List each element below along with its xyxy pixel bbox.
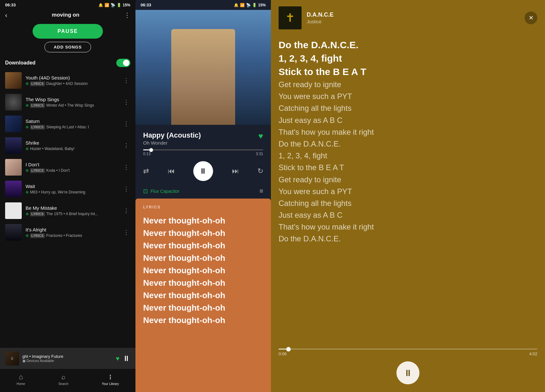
song-item-idont[interactable]: I Don't ⊕ LYRICS Koda • I Don't ⋮ [0,156,135,178]
lyric-line-pyt-2: You were such a PYT [279,185,537,197]
song-item-youth[interactable]: Youth (4AD Session) ⊕ LYRICS Daughter • … [0,70,135,91]
lyrics-line-6: Never thought-oh-oh [143,277,263,289]
song-more-shrike[interactable]: ⋮ [122,142,130,149]
np-devices-label: Devices Available [27,359,54,363]
song-name-saturn: Saturn [26,118,118,124]
progress-fill [143,149,149,150]
song-more-idont[interactable]: ⋮ [122,164,130,171]
np-pause-icon[interactable]: ⏸ [123,354,130,363]
repeat-button[interactable]: ↻ [257,167,263,175]
lyrics-line-7: Never thought-oh-oh [143,289,263,302]
lyrics-line-8: Never thought-oh-oh [143,302,263,314]
status-time: 06:33 [5,3,16,7]
add-songs-button[interactable]: ADD SONGS [44,42,91,52]
song-more-saturn[interactable]: ⋮ [122,120,130,127]
np-album-art: D [5,351,19,366]
player-song-info: Happy (Acoustic) Oh Wonder ♥ [135,125,271,147]
song-item-saturn[interactable]: Saturn ⊕ LYRICS Sleeping At Last • Atlas… [0,113,135,135]
nav-library[interactable]: ⫶ Your Library [102,373,119,386]
next-button[interactable]: ⏭ [232,167,239,175]
downloaded-header: Downloaded [0,57,135,70]
player-artist: Oh Wonder [143,140,201,146]
song-more-mistake[interactable]: ⋮ [122,207,130,214]
song-name-youth: Youth (4AD Session) [26,75,118,80]
now-playing-bar[interactable]: D ght • Imaginary Future ▣ Devices Avail… [0,348,135,369]
lyrics-progress-track[interactable] [279,349,537,350]
lyrics-times: 0:06 4:02 [279,351,537,356]
lyric-line-pyt-1: You were such a PYT [279,90,537,102]
song-item-wait[interactable]: Wait ⊕ M83 • Hurry up, We're Dreaming ⋮ [0,178,135,200]
cast-device-name[interactable]: Flux Capacitor [150,189,179,194]
np-heart-icon[interactable]: ♥ [116,355,119,362]
lyrics-line-4: Never thought-oh-oh [143,252,263,264]
song-more-alright[interactable]: ⋮ [122,229,130,236]
song-name-alright: It's Alright [26,227,118,232]
player-song-text: Happy (Acoustic) Oh Wonder [143,131,201,146]
back-button[interactable]: ‹ [5,11,7,19]
progress-current: 0:13 [143,152,150,156]
np-sub: ▣ Devices Available [22,359,112,363]
progress-track[interactable] [143,149,263,150]
lyrics-badge-saturn: LYRICS [30,125,45,130]
lyrics-pause-area: ⏸ [271,359,545,392]
downloaded-label: Downloaded [5,60,35,66]
lyrics-pause-button[interactable]: ⏸ [396,361,419,384]
artist-wait: M83 • Hurry up, We're Dreaming [30,190,85,194]
song-name-idont: I Don't [26,162,118,167]
song-more-wisp[interactable]: ⋮ [122,99,130,106]
nav-search[interactable]: ⌕ Search [58,373,69,386]
player-song-name: Happy (Acoustic) [143,131,201,139]
song-meta-youth: ⊕ LYRICS Daughter • 4AD Session [26,81,118,86]
lyrics-badge-mistake: LYRICS [30,212,45,216]
download-icon-saturn: ⊕ [26,125,29,129]
lyric-line-abc-1: Just easy as A B C [279,114,537,126]
download-icon-alright: ⊕ [26,233,29,238]
song-art-idont [5,159,22,176]
close-button[interactable]: ✕ [525,11,537,24]
download-icon-wait: ⊕ [26,190,29,194]
status-icons: 🔔 📶 📡 🔋 15% [98,3,130,7]
shuffle-button[interactable]: ⇄ [143,167,149,175]
artist-saturn: Sleeping At Last • Atlas: I [46,125,89,129]
lyric-line-fight-1: 1, 2, 3, 4, fight [279,52,537,65]
more-options-button[interactable]: ⋮ [124,11,130,19]
cast-icon: ⊡ [143,188,148,195]
nav-home[interactable]: ⌂ Home [17,373,25,386]
player-battery-pct: 15% [258,3,266,7]
lyrics-progress-thumb [286,347,291,351]
signal-icon: 📶 [104,3,109,7]
lyric-line-beat-2: Stick to the B E A T [279,162,537,173]
song-more-youth[interactable]: ⋮ [122,77,130,84]
full-lyrics-panel: ✝ D.A.N.C.E Justice ✕ Do the D.A.N.C.E. … [271,0,545,392]
player-controls: ⇄ ⏮ ⏸ ⏭ ↻ [135,159,271,186]
song-item-mistake[interactable]: Be My Mistake ⊕ LYRICS The 1975 • A Brie… [0,200,135,222]
player-heart-icon[interactable]: ♥ [258,131,263,141]
song-item-shrike[interactable]: Shrike ⊕ Hozier • Wasteland, Baby! ⋮ [0,135,135,156]
song-name-mistake: Be My Mistake [26,205,118,211]
pause-button[interactable]: PAUSE [33,24,103,39]
lyrics-pause-icon: ⏸ [403,368,412,378]
song-info-shrike: Shrike ⊕ Hozier • Wasteland, Baby! [26,140,118,151]
lyric-line-ignite-1: Get ready to ignite [279,79,537,90]
search-icon: ⌕ [61,373,65,381]
player-status-icons: 🔔 📶 📡 🔋 15% [234,3,266,7]
artist-wisp: Winter Aid • The Wisp Sings [46,103,94,108]
lyrics-line-2: Never thought-oh-oh [143,227,263,239]
lyrics-progress-fill [279,349,286,350]
downloaded-toggle[interactable] [116,59,130,67]
song-art-mistake [5,202,22,219]
song-item-wisp[interactable]: The Wisp Sings ⊕ LYRICS Winter Aid • The… [0,91,135,113]
song-more-wait[interactable]: ⋮ [122,185,130,192]
previous-button[interactable]: ⏮ [168,167,175,175]
notification-icon: 🔔 [98,3,103,7]
song-info-saturn: Saturn ⊕ LYRICS Sleeping At Last • Atlas… [26,118,118,130]
artist-mistake: The 1975 • A Brief Inquiry Int... [46,212,98,216]
song-item-alright[interactable]: It's Alright ⊕ LYRICS Fractures • Fractu… [0,222,135,243]
queue-icon[interactable]: ≡ [259,187,263,195]
lyrics-progress-area: 0:06 4:02 [271,345,545,359]
lyric-line-dance-1: Do the D.A.N.C.E. [279,38,537,52]
player-signal-icon: 📶 [240,3,245,7]
song-info-youth: Youth (4AD Session) ⊕ LYRICS Daughter • … [26,75,118,86]
play-pause-button[interactable]: ⏸ [193,161,213,181]
home-icon: ⌂ [19,373,23,381]
